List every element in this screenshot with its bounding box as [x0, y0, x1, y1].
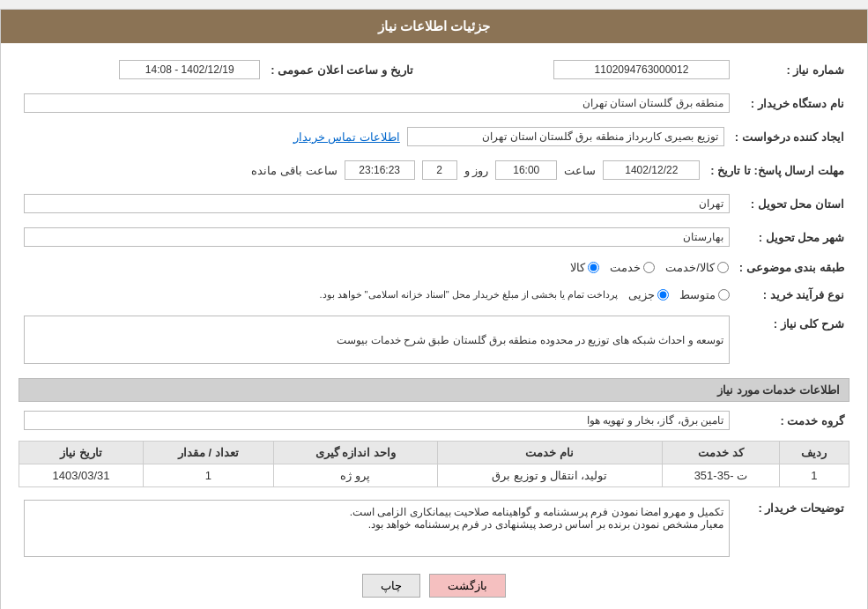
creator-link[interactable]: اطلاعات تماس خریدار — [293, 130, 400, 144]
purchase-type-cell: متوسط جزیی پرداخت تمام یا بخشی از مبلغ خ… — [19, 285, 735, 305]
deadline-remaining: 23:16:23 — [345, 160, 415, 180]
description-value: توسعه و احداث شبکه های توزیع در محدوده م… — [24, 316, 730, 364]
row-code: ت -35-351 — [662, 464, 779, 487]
category-option-kala[interactable]: کالا — [570, 261, 599, 274]
city-cell: بهارستان — [19, 224, 735, 250]
col-header-qty: تعداد / مقدار — [144, 442, 274, 464]
deadline-time-label: ساعت — [564, 164, 596, 177]
row-date: 1403/03/31 — [19, 464, 144, 487]
services-section-header: اطلاعات خدمات مورد نیاز — [19, 378, 849, 402]
need-number-label: شماره نیاز : — [735, 56, 849, 83]
buyer-name-value: منطقه برق گلستان استان تهران — [24, 93, 730, 113]
buyer-notes-cell: تکمیل و مهرو امضا نمودن فرم پرسشنامه و گ… — [19, 496, 735, 561]
category-radio-kala[interactable] — [588, 262, 599, 273]
purchase-type-radio-motavasset[interactable] — [718, 289, 730, 301]
purchase-type-note: پرداخت تمام یا بخشی از مبلغ خریدار محل "… — [319, 289, 618, 301]
purchase-type-label-jozi: جزیی — [628, 288, 655, 301]
category-label-khedmat: خدمت — [610, 261, 641, 274]
col-header-date: تاریخ نیاز — [19, 442, 144, 464]
row-unit: پرو ژه — [273, 464, 437, 487]
description-table: شرح کلی نیاز : توسعه و احداث شبکه های تو… — [19, 312, 849, 368]
province-table: استان محل تحویل : تهران — [19, 190, 849, 217]
buyer-name-label: نام دستگاه خریدار : — [735, 90, 849, 116]
page-wrapper: جزئیات اطلاعات نیاز شماره نیاز : 1102094… — [0, 9, 868, 609]
content-area: شماره نیاز : 1102094763000012 تاریخ و سا… — [1, 43, 867, 609]
city-value: بهارستان — [24, 227, 730, 247]
purchase-type-option-motavasset[interactable]: متوسط — [679, 288, 730, 301]
col-header-row: ردیف — [779, 442, 849, 464]
print-button[interactable]: چاپ — [362, 574, 420, 598]
buyer-notes-label: توضیحات خریدار : — [735, 496, 849, 561]
buyer-table: نام دستگاه خریدار : منطقه برق گلستان است… — [19, 90, 849, 116]
purchase-type-label-motavasset: متوسط — [679, 288, 716, 301]
table-row: 1 ت -35-351 تولید، انتقال و توزیع برق پر… — [19, 464, 849, 487]
row-qty: 1 — [144, 464, 274, 487]
service-group-value: تامین برق، گاز، بخار و تهویه هوا — [24, 411, 730, 430]
province-value: تهران — [24, 194, 730, 213]
creator-label: ایجاد کننده درخواست : — [730, 123, 849, 150]
service-group-label: گروه خدمت : — [735, 407, 849, 434]
announce-cell: 1402/12/19 - 14:08 — [19, 56, 265, 83]
service-group-table: گروه خدمت : تامین برق، گاز، بخار و تهویه… — [19, 407, 849, 434]
deadline-days: 2 — [422, 160, 457, 180]
deadline-cell: 1402/12/22 ساعت 16:00 روز و 2 23:16:23 س… — [19, 157, 705, 183]
need-number-cell: 1102094763000012 — [431, 56, 735, 83]
category-table: طبقه بندی موضوعی : کالا/خدمت خدمت — [19, 257, 849, 278]
buyer-name-cell: منطقه برق گلستان استان تهران — [19, 90, 735, 116]
deadline-time: 16:00 — [495, 160, 557, 180]
col-header-unit: واحد اندازه گیری — [273, 442, 437, 464]
city-table: شهر محل تحویل : بهارستان — [19, 224, 849, 250]
province-cell: تهران — [19, 190, 735, 217]
description-label: شرح کلی نیاز : — [735, 312, 849, 368]
service-group-cell: تامین برق، گاز، بخار و تهویه هوا — [19, 407, 735, 434]
need-number-value: 1102094763000012 — [553, 60, 730, 79]
city-label: شهر محل تحویل : — [735, 224, 849, 250]
category-option-kala-khedmat[interactable]: کالا/خدمت — [665, 261, 729, 274]
province-label: استان محل تحویل : — [735, 190, 849, 217]
creator-cell: توزیع بصیری کاربرداز منطقه برق گلستان اس… — [19, 123, 730, 150]
category-radio-kala-khedmat[interactable] — [717, 262, 729, 273]
announce-value: 1402/12/19 - 14:08 — [119, 60, 260, 79]
buyer-notes-table: توضیحات خریدار : تکمیل و مهرو امضا نمودن… — [19, 496, 849, 561]
description-cell: توسعه و احداث شبکه های توزیع در محدوده م… — [19, 312, 735, 368]
category-label: طبقه بندی موضوعی : — [734, 257, 849, 278]
deadline-table: مهلت ارسال پاسخ: تا تاریخ : 1402/12/22 س… — [19, 157, 849, 183]
page-title: جزئیات اطلاعات نیاز — [378, 19, 490, 33]
back-button[interactable]: بازگشت — [429, 574, 506, 598]
row-service-name: تولید، انتقال و توزیع برق — [437, 464, 662, 487]
category-radio-khedmat[interactable] — [643, 262, 655, 273]
deadline-date: 1402/12/22 — [603, 160, 700, 180]
buyer-notes-text: تکمیل و مهرو امضا نمودن فرم پرسشنامه و گ… — [350, 506, 723, 531]
purchase-type-option-jozi[interactable]: جزیی — [628, 288, 669, 301]
category-cell: کالا/خدمت خدمت کالا — [19, 257, 734, 278]
creator-table: ایجاد کننده درخواست : توزیع بصیری کاربرد… — [19, 123, 849, 150]
deadline-label: مهلت ارسال پاسخ: تا تاریخ : — [705, 157, 849, 183]
button-row: بازگشت چاپ — [19, 574, 849, 598]
col-header-name: نام خدمت — [437, 442, 662, 464]
announce-label: تاریخ و ساعت اعلان عمومی : — [265, 56, 430, 83]
deadline-remaining-label: ساعت باقی مانده — [251, 164, 337, 177]
purchase-type-table: نوع فرآیند خرید : متوسط جزیی پرداخت تمام… — [19, 285, 849, 305]
service-table: ردیف کد خدمت نام خدمت واحد اندازه گیری ت… — [19, 441, 849, 487]
purchase-type-label: نوع فرآیند خرید : — [735, 285, 849, 305]
creator-value: توزیع بصیری کاربرداز منطقه برق گلستان اس… — [407, 127, 724, 146]
deadline-days-label: روز و — [464, 164, 489, 177]
category-label-kala-khedmat: کالا/خدمت — [665, 261, 715, 274]
col-header-code: کد خدمت — [662, 442, 779, 464]
category-label-kala: کالا — [570, 261, 585, 274]
category-option-khedmat[interactable]: خدمت — [610, 261, 655, 274]
top-info-table: شماره نیاز : 1102094763000012 تاریخ و سا… — [19, 56, 849, 83]
description-text: توسعه و احداث شبکه های توزیع در محدوده م… — [337, 334, 723, 346]
purchase-type-radio-jozi[interactable] — [657, 289, 669, 301]
buyer-notes-value: تکمیل و مهرو امضا نمودن فرم پرسشنامه و گ… — [24, 500, 730, 557]
page-header: جزئیات اطلاعات نیاز — [1, 10, 867, 43]
row-num: 1 — [779, 464, 849, 487]
